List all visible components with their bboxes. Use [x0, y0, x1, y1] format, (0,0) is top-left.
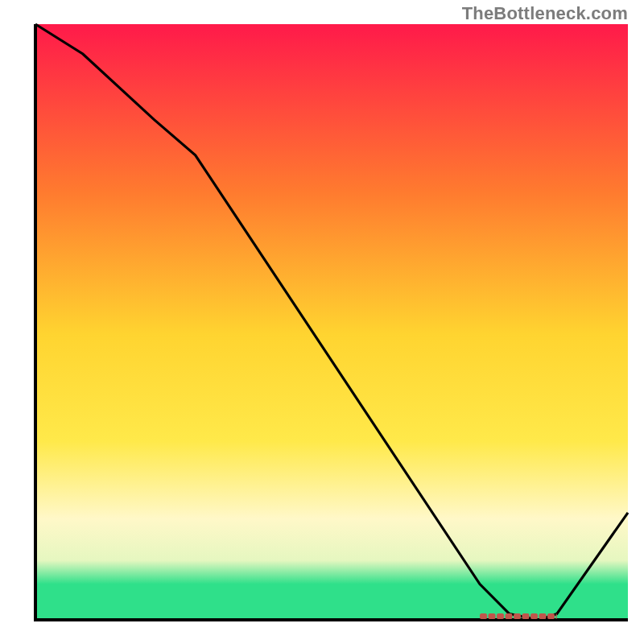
optimum-marker-segment [556, 613, 557, 619]
optimum-marker-segment [514, 613, 521, 619]
plot-background [35, 24, 628, 620]
optimum-marker-segment [522, 613, 530, 619]
optimum-marker-segment [506, 613, 513, 619]
optimum-marker-segment [480, 613, 487, 619]
optimum-marker [480, 613, 557, 619]
optimum-marker-segment [539, 613, 547, 619]
optimum-marker-segment [497, 613, 504, 619]
optimum-marker-segment [530, 613, 538, 619]
optimum-marker-segment [547, 613, 555, 619]
chart-stage: TheBottleneck.com [0, 0, 644, 644]
bottleneck-chart [0, 0, 644, 644]
optimum-marker-segment [489, 613, 496, 619]
